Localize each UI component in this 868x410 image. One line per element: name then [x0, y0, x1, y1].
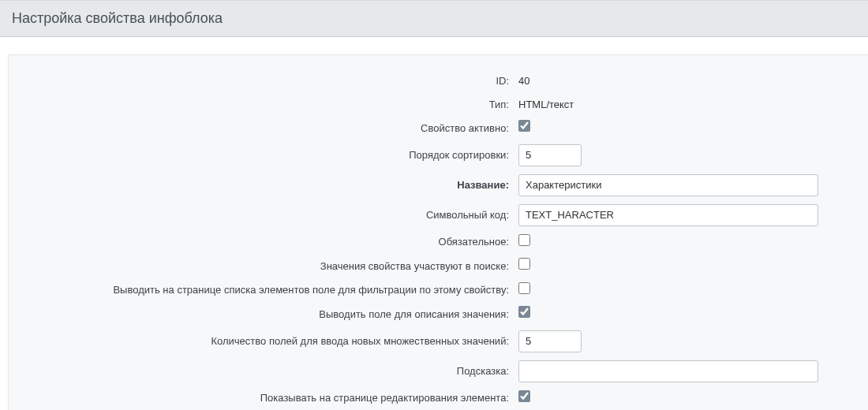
row-active: Свойство активно: — [9, 116, 868, 140]
label-multiple-cnt: Количество полей для ввода новых множест… — [9, 326, 514, 356]
row-type: Тип: HTML/текст — [9, 93, 868, 117]
checkbox-searchable[interactable] — [518, 258, 530, 270]
row-multiple-cnt: Количество полей для ввода новых множест… — [9, 326, 868, 356]
label-code: Символьный код: — [9, 200, 514, 230]
row-sort: Порядок сортировки: — [9, 140, 868, 170]
label-show-on-edit: Показывать на странице редактирования эл… — [9, 386, 514, 411]
input-name[interactable] — [518, 174, 818, 196]
row-with-description: Выводить поле для описания значения: — [9, 302, 868, 326]
row-id: ID: 40 — [9, 69, 868, 93]
label-hint: Подсказка: — [9, 356, 514, 386]
checkbox-active[interactable] — [518, 120, 530, 132]
row-required: Обязательное: — [9, 230, 868, 255]
row-show-on-edit: Показывать на странице редактирования эл… — [9, 386, 868, 411]
label-id: ID: — [9, 69, 514, 93]
label-searchable: Значения свойства участвуют в поиске: — [9, 254, 514, 278]
label-required: Обязательное: — [9, 230, 514, 255]
label-with-description: Выводить поле для описания значения: — [9, 302, 514, 326]
spacer — [0, 37, 868, 54]
label-filtrable: Выводить на странице списка элементов по… — [9, 278, 514, 303]
checkbox-filtrable[interactable] — [518, 282, 530, 294]
input-multiple-cnt[interactable] — [518, 330, 582, 352]
property-form: ID: 40 Тип: HTML/текст Свойство активно:… — [9, 69, 868, 410]
checkbox-show-on-edit[interactable] — [518, 390, 530, 402]
dialog-title: Настройка свойства инфоблока — [12, 10, 856, 27]
label-sort: Порядок сортировки: — [9, 140, 514, 170]
dialog-titlebar: Настройка свойства инфоблока — [0, 0, 868, 37]
label-name: Название: — [9, 170, 514, 200]
row-name: Название: — [9, 170, 868, 200]
value-id: 40 — [518, 75, 529, 87]
checkbox-with-description[interactable] — [518, 306, 530, 318]
row-filtrable: Выводить на странице списка элементов по… — [9, 278, 868, 303]
checkbox-required[interactable] — [518, 234, 530, 246]
form-panel: ID: 40 Тип: HTML/текст Свойство активно:… — [8, 54, 868, 410]
row-searchable: Значения свойства участвуют в поиске: — [9, 254, 868, 278]
label-type: Тип: — [9, 93, 514, 117]
input-sort[interactable] — [518, 144, 582, 166]
input-code[interactable] — [518, 204, 818, 226]
row-hint: Подсказка: — [9, 356, 868, 386]
row-code: Символьный код: — [9, 200, 868, 230]
value-type: HTML/текст — [518, 99, 574, 110]
input-hint[interactable] — [518, 360, 818, 382]
label-active: Свойство активно: — [9, 116, 514, 140]
